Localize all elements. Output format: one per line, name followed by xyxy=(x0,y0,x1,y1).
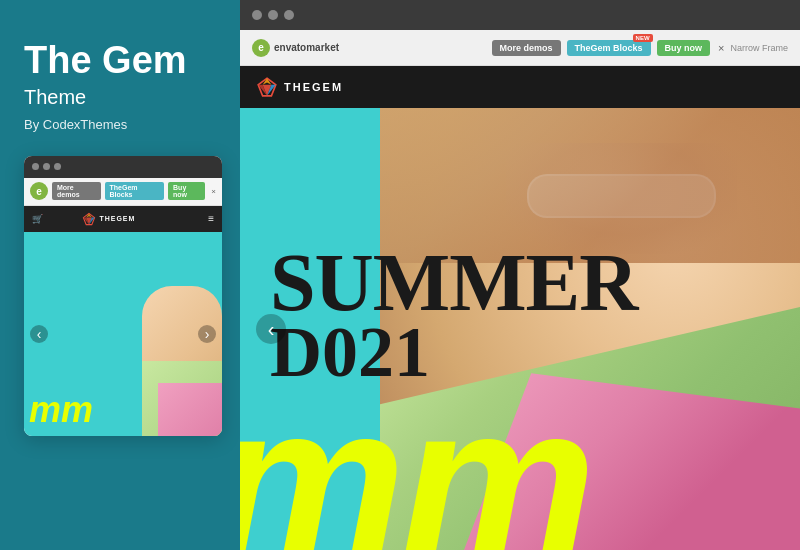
main-toolbar: e envatomarket More demos TheGem Blocks … xyxy=(240,30,800,66)
close-btn[interactable]: × xyxy=(718,42,724,54)
browser-dot-3 xyxy=(284,10,294,20)
nav-gem-text: THEGEM xyxy=(284,81,343,93)
mini-more-demos-btn[interactable]: More demos xyxy=(52,182,101,200)
theme-title: The Gem xyxy=(24,40,216,82)
main-hero: mm SUMMER D 021 ‹ xyxy=(240,108,800,550)
mini-hamburger-icon[interactable]: ≡ xyxy=(208,213,214,224)
nav-gem-logo: THEGEM xyxy=(256,76,343,98)
right-panel: e envatomarket More demos TheGem Blocks … xyxy=(240,0,800,550)
thegem-blocks-btn[interactable]: TheGem Blocks NEW xyxy=(567,40,651,56)
hero-year-line: D 021 xyxy=(270,320,638,385)
main-nav: THEGEM xyxy=(240,66,800,108)
envato-icon: e xyxy=(252,39,270,57)
mini-girl-skirt xyxy=(158,383,222,436)
mini-dot-2 xyxy=(43,163,50,170)
mini-script-text: mm xyxy=(29,395,93,426)
mini-preview-card: e More demos TheGem Blocks Buy now × 🛒 xyxy=(24,156,222,436)
mini-gem-icon xyxy=(82,212,96,226)
mini-envato-logo: e xyxy=(30,182,48,200)
theme-subtitle: Theme xyxy=(24,86,216,109)
new-badge: NEW xyxy=(633,34,653,42)
mini-browser-bar xyxy=(24,156,222,178)
mini-next-arrow[interactable]: › xyxy=(198,325,216,343)
mini-envato-icon: e xyxy=(30,182,48,200)
browser-top-bar xyxy=(240,0,800,30)
mini-toolbar: e More demos TheGem Blocks Buy now × xyxy=(24,178,222,206)
theme-author: By CodexThemes xyxy=(24,117,216,132)
buy-now-btn[interactable]: Buy now xyxy=(657,40,711,56)
mini-prev-arrow[interactable]: ‹ xyxy=(30,325,48,343)
mini-nav-logo-area: THEGEM xyxy=(82,212,135,226)
mini-girl-figure xyxy=(142,286,222,436)
browser-dot-1 xyxy=(252,10,262,20)
browser-dot-2 xyxy=(268,10,278,20)
narrow-frame-text: Narrow Frame xyxy=(730,43,788,53)
mini-close-btn[interactable]: × xyxy=(211,187,216,196)
left-panel: The Gem Theme By CodexThemes e More demo… xyxy=(0,0,240,550)
hero-prev-arrow[interactable]: ‹ xyxy=(256,314,286,344)
more-demos-btn[interactable]: More demos xyxy=(492,40,561,56)
mini-thegem-blocks-btn[interactable]: TheGem Blocks xyxy=(105,182,164,200)
hero-summer-text: SUMMER xyxy=(270,246,638,320)
nav-gem-icon xyxy=(256,76,278,98)
hero-text-overlay: SUMMER D 021 xyxy=(270,246,638,385)
mini-dot-1 xyxy=(32,163,39,170)
mini-nav-logo-text: THEGEM xyxy=(99,215,135,222)
mini-hero-content: mm ‹ › xyxy=(24,232,222,436)
envato-logo: e envatomarket xyxy=(252,39,339,57)
mini-buy-btn[interactable]: Buy now xyxy=(168,182,205,200)
hero-year-rest: 021 xyxy=(322,320,430,385)
mini-cart-icon: 🛒 xyxy=(32,214,43,224)
mini-dot-3 xyxy=(54,163,61,170)
mini-nav: 🛒 THEGEM ≡ xyxy=(24,206,222,232)
hero-script-text: mm xyxy=(240,394,591,550)
envato-text: envatomarket xyxy=(274,42,339,53)
